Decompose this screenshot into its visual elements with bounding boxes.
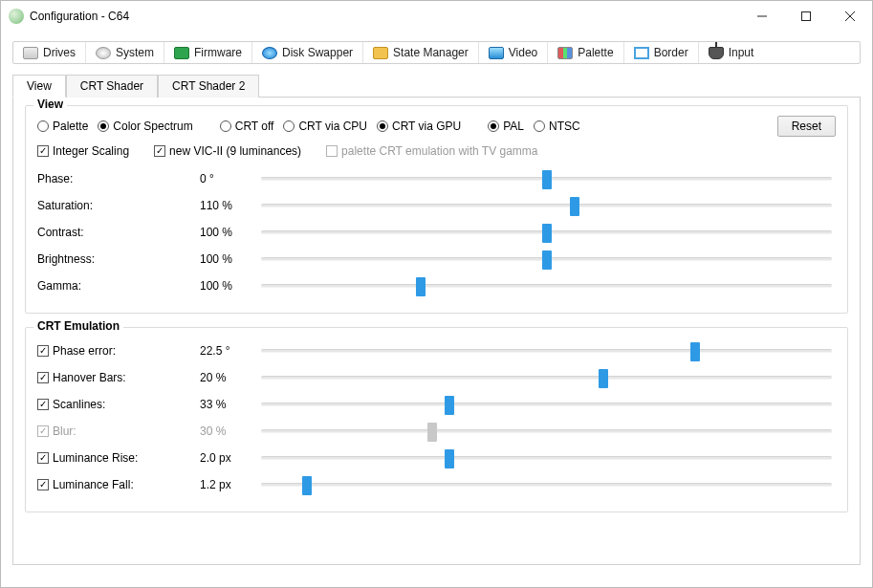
button-label: Reset (792, 120, 821, 133)
minimize-button[interactable] (740, 1, 784, 32)
slider-track[interactable] (261, 403, 832, 406)
slider-value: 2.0 px (200, 451, 257, 465)
tab-label: State Manager (393, 46, 469, 59)
radio-label: CRT via GPU (392, 120, 461, 133)
tab-label: Border (654, 46, 688, 59)
tab-system[interactable]: System (86, 42, 164, 63)
slider-brightness: Brightness: 100 % (37, 246, 836, 272)
slider-scanlines: Scanlines: 33 % (37, 391, 836, 418)
check-label: Blur: (53, 425, 76, 438)
subtab-view[interactable]: View (12, 75, 66, 98)
disk-icon (262, 47, 277, 59)
slider-track[interactable] (261, 376, 832, 380)
subtab-label: CRT Shader (80, 79, 143, 93)
radio-crt-gpu[interactable]: CRT via GPU (377, 120, 461, 133)
radio-label: Palette (53, 120, 88, 133)
check-integer-scaling[interactable]: Integer Scaling (37, 144, 129, 158)
check-blur: Blur: (37, 425, 76, 438)
slider-track[interactable] (261, 177, 832, 181)
slider-value: 30 % (200, 425, 257, 438)
slider-thumb[interactable] (542, 250, 552, 270)
slider-track[interactable] (261, 284, 832, 288)
radio-pal[interactable]: PAL (488, 120, 524, 133)
slider-label: Gamma: (37, 279, 200, 293)
slider-contrast: Contrast: 100 % (37, 219, 836, 246)
close-button[interactable] (828, 1, 872, 32)
tab-label: System (116, 46, 154, 59)
slider-thumb[interactable] (445, 449, 454, 468)
check-new-vicii[interactable]: new VIC-II (9 luminances) (154, 144, 301, 158)
slider-thumb[interactable] (599, 369, 608, 388)
tab-palette[interactable]: Palette (548, 42, 623, 63)
radio-color-spectrum[interactable]: Color Spectrum (98, 120, 192, 133)
slider-phase-error: Phase error: 22.5 ° (37, 338, 836, 364)
radio-label: CRT via CPU (298, 120, 367, 133)
state-icon (373, 47, 388, 59)
joystick-icon (709, 47, 724, 59)
subtab-crt-shader-2[interactable]: CRT Shader 2 (158, 75, 259, 98)
slider-thumb[interactable] (690, 342, 700, 361)
slider-value: 100 % (200, 226, 257, 239)
tab-label: Input (729, 46, 754, 59)
slider-track[interactable] (261, 204, 832, 207)
tab-drives[interactable]: Drives (13, 42, 86, 63)
check-phase-error[interactable]: Phase error: (37, 344, 116, 358)
check-scanlines[interactable]: Scanlines: (37, 398, 105, 411)
check-label: Luminance Rise: (53, 451, 138, 465)
slider-blur: Blur: 30 % (37, 418, 836, 445)
slider-thumb[interactable] (445, 396, 454, 415)
maximize-button[interactable] (784, 1, 828, 32)
slider-thumb[interactable] (542, 170, 552, 189)
radio-palette[interactable]: Palette (37, 120, 88, 133)
tab-firmware[interactable]: Firmware (164, 42, 252, 63)
palette-icon (557, 47, 573, 59)
tab-video[interactable]: Video (479, 42, 548, 63)
tab-label: Video (509, 46, 537, 59)
slider-thumb[interactable] (416, 277, 426, 296)
chip-icon (174, 47, 189, 59)
slider-track[interactable] (261, 230, 832, 234)
check-luminance-rise[interactable]: Luminance Rise: (37, 451, 138, 465)
slider-value: 1.2 px (200, 478, 257, 491)
tab-input[interactable]: Input (699, 42, 764, 63)
check-luminance-fall[interactable]: Luminance Fall: (37, 478, 134, 491)
radio-crt-cpu[interactable]: CRT via CPU (283, 120, 367, 133)
slider-track[interactable] (261, 349, 832, 353)
slider-thumb[interactable] (302, 476, 312, 495)
tab-label: Firmware (194, 46, 242, 59)
slider-track[interactable] (261, 257, 832, 261)
tab-state-manager[interactable]: State Manager (363, 42, 479, 63)
slider-thumb[interactable] (570, 197, 579, 216)
radio-crt-off[interactable]: CRT off (220, 120, 274, 133)
video-icon (489, 47, 504, 59)
app-icon (9, 9, 24, 24)
tab-label: Palette (578, 46, 613, 59)
slider-label: Brightness: (37, 252, 200, 266)
radio-ntsc[interactable]: NTSC (534, 120, 580, 133)
subtab-label: CRT Shader 2 (172, 79, 245, 93)
slider-track[interactable] (261, 456, 832, 460)
slider-phase: Phase: 0 ° (37, 165, 836, 192)
subtab-label: View (27, 79, 52, 93)
tab-border[interactable]: Border (624, 42, 699, 63)
slider-track[interactable] (261, 483, 832, 487)
check-label: Integer Scaling (53, 144, 129, 158)
border-icon (634, 47, 649, 59)
svg-rect-1 (802, 12, 811, 21)
slider-label: Phase: (37, 172, 200, 185)
slider-value: 0 ° (200, 172, 257, 185)
group-crt-emulation: CRT Emulation Phase error: 22.5 ° Hanove… (25, 327, 848, 512)
tab-disk-swapper[interactable]: Disk Swapper (252, 42, 363, 63)
slider-thumb[interactable] (542, 224, 552, 243)
radio-label: NTSC (549, 120, 580, 133)
gear-icon (96, 47, 111, 59)
slider-gamma: Gamma: 100 % (37, 272, 836, 299)
drive-icon (23, 47, 38, 59)
check-hanover-bars[interactable]: Hanover Bars: (37, 371, 126, 384)
slider-value: 20 % (200, 371, 257, 384)
sub-tabstrip: View CRT Shader CRT Shader 2 (12, 74, 861, 97)
slider-luminance-fall: Luminance Fall: 1.2 px (37, 471, 836, 498)
reset-button[interactable]: Reset (777, 116, 836, 137)
subtab-crt-shader[interactable]: CRT Shader (66, 75, 158, 98)
main-tabstrip: Drives System Firmware Disk Swapper Stat… (12, 41, 861, 64)
